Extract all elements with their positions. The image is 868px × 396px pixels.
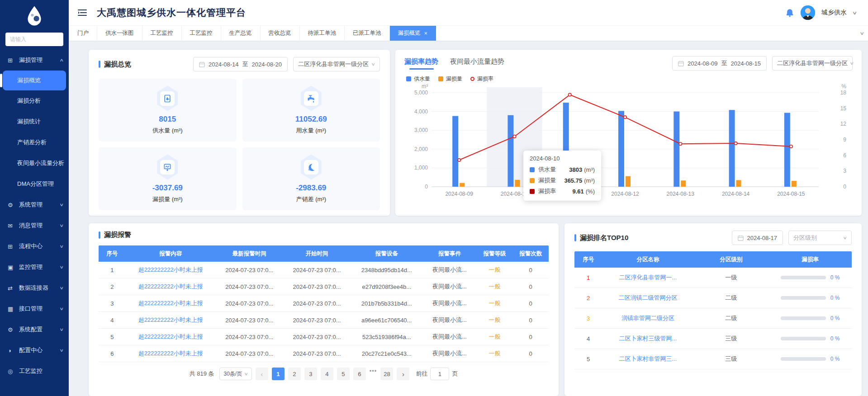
collapse-menu-icon[interactable] xyxy=(78,9,88,16)
stat-card-用水量 (m³): 11052.69用水量 (m³) xyxy=(242,79,380,141)
cell-alarm-content-link[interactable]: 超222222222小时未上报 xyxy=(126,299,216,307)
sidebar-subitem-产销差分析[interactable]: 产销差分析 xyxy=(0,132,69,153)
cell-zone-name-link[interactable]: 润镇非管网二级分区 xyxy=(602,314,693,322)
next-page-button[interactable]: › xyxy=(397,368,409,380)
cell-zone-name-link[interactable]: 二区卜家村三级管网... xyxy=(602,335,693,343)
column-header: 分区名称 xyxy=(602,256,693,264)
sidebar-item-系统配置[interactable]: ⚙系统配置∨ xyxy=(0,319,69,340)
trend-date-range-picker[interactable]: 2024-08-09 至 2024-08-15 xyxy=(672,56,767,71)
page-button-1[interactable]: 1 xyxy=(272,368,285,380)
sidebar-item-接口管理[interactable]: ▦接口管理∨ xyxy=(0,298,69,319)
legend-item-漏损率[interactable]: 漏损率 xyxy=(470,75,493,83)
cell-zone-name-link[interactable]: 二区润镇二级管网分区 xyxy=(602,294,693,302)
page-button-2[interactable]: 2 xyxy=(288,368,301,380)
column-header: 开始时间 xyxy=(283,250,351,258)
cell-level: 一般 xyxy=(477,349,513,358)
page-button-3[interactable]: 3 xyxy=(304,368,317,380)
gear-icon: ⚙ xyxy=(8,202,15,208)
page-buttons: 123456•••28 xyxy=(272,368,394,380)
stat-label: 产销差 (m³) xyxy=(296,195,326,203)
stat-card-产销差 (m³): -2983.69产销差 (m³) xyxy=(242,147,380,210)
sidebar-item-消息管理[interactable]: ✉消息管理∨ xyxy=(0,215,69,236)
svg-text:4,000: 4,000 xyxy=(414,108,428,115)
svg-text:%: % xyxy=(841,84,846,90)
page-button-4[interactable]: 4 xyxy=(321,368,333,380)
cell-alarm-content-link[interactable]: 超222222222小时未上报 xyxy=(126,349,216,358)
sidebar-search-input[interactable] xyxy=(5,33,63,46)
tab-loss-rate-trend[interactable]: 漏损率趋势 xyxy=(404,57,438,70)
sidebar-subitem-label: 漏损分析 xyxy=(17,97,41,105)
chevron-down-icon: ∨ xyxy=(60,327,64,332)
column-header: 报警次数 xyxy=(512,250,549,258)
page-size-select[interactable]: 30条/页 ∨ xyxy=(219,368,251,380)
top10-table: 序号分区名称分区级别漏损率 1二区淳化县非管网一...一级0 %2二区润镇二级管… xyxy=(574,251,852,369)
tab-供水一张图[interactable]: 供水一张图 xyxy=(97,26,142,41)
cell-alarm-content-link[interactable]: 超222222222小时未上报 xyxy=(126,283,216,291)
sidebar-subitem-夜间最小流量分析[interactable]: 夜间最小流量分析 xyxy=(0,153,69,174)
cell-alarm-content-link[interactable]: 超222222222小时未上报 xyxy=(126,266,216,274)
sidebar-item-数据连接器[interactable]: ⇄数据连接器∨ xyxy=(0,278,69,298)
tab-营收总览[interactable]: 营收总览 xyxy=(261,26,300,41)
loss-rate-value: 0 % xyxy=(830,315,840,321)
user-menu-chevron-down-icon[interactable]: ∨ xyxy=(852,10,857,15)
tab-night-min-flow-trend[interactable]: 夜间最小流量趋势 xyxy=(450,57,504,70)
sidebar-item-系统管理[interactable]: ⚙系统管理∨ xyxy=(0,194,69,215)
sidebar-item-label: 接口管理 xyxy=(19,305,60,313)
page-button-6[interactable]: 6 xyxy=(353,368,366,380)
cell-alarm-content-link[interactable]: 超222222222小时未上报 xyxy=(126,316,216,324)
top10-level-select[interactable]: 分区级别 ∨ xyxy=(788,231,852,245)
trend-zone-select[interactable]: 二区淳化县非管网一级分区 ∨ xyxy=(772,56,853,71)
prev-page-button[interactable]: ‹ xyxy=(256,368,268,380)
sidebar-item-漏损管理[interactable]: ⊞漏损管理∧ xyxy=(0,50,69,71)
sidebar-item-配置中心[interactable]: ◑配置中心∨ xyxy=(0,340,69,361)
overview-zone-select[interactable]: 二区淳化县非管网一级分区 ∨ xyxy=(293,57,380,71)
table-row: 6超222222222小时未上报2024-07-23 07:0...2024-0… xyxy=(99,345,549,362)
tab-生产总览[interactable]: 生产总览 xyxy=(221,26,261,41)
chip-icon: ▦ xyxy=(8,306,15,312)
tab-门户[interactable]: 门户 xyxy=(69,26,97,41)
tab-待派工单池[interactable]: 待派工单池 xyxy=(300,26,345,41)
connector-icon: ⇄ xyxy=(8,285,15,292)
user-name[interactable]: 城乡供水 xyxy=(821,9,847,17)
table-row: 5超222222222小时未上报2024-07-23 07:0...2024-0… xyxy=(99,329,549,345)
sidebar-item-流程中心[interactable]: ⊞流程中心∨ xyxy=(0,236,69,257)
page-button-28[interactable]: 28 xyxy=(380,368,393,380)
page-button-5[interactable]: 5 xyxy=(337,368,350,380)
stat-card-漏损量 (m³): -3037.69漏损量 (m³) xyxy=(99,147,237,210)
date-separator: 至 xyxy=(721,59,727,67)
top10-date-picker[interactable]: 2024-08-17 xyxy=(732,231,783,245)
notification-bell-icon[interactable] xyxy=(785,8,794,18)
page-ellipsis[interactable]: ••• xyxy=(370,368,377,380)
total-count: 共 819 条 xyxy=(190,370,214,378)
tab-工艺监控[interactable]: 工艺监控 xyxy=(142,26,182,41)
sidebar-subitem-DMA分区管理[interactable]: DMA分区管理 xyxy=(0,174,69,194)
sidebar-subitem-漏损概览[interactable]: 漏损概览 xyxy=(3,71,66,90)
sidebar-subitem-label: 产销差分析 xyxy=(17,138,47,146)
tab-工艺监控[interactable]: 工艺监控 xyxy=(182,26,221,41)
tab-overflow-chevron-icon[interactable]: ∨ xyxy=(853,26,868,41)
goto-page-input[interactable] xyxy=(430,368,449,380)
cell-alarm-content-link[interactable]: 超222222222小时未上报 xyxy=(126,333,216,341)
cell-zone-name-link[interactable]: 二区卜家村非管网三... xyxy=(602,355,693,363)
cell-device: 523c519386f94a... xyxy=(351,334,422,340)
sidebar: ⊞漏损管理∧漏损概览漏损分析漏损统计产销差分析夜间最小流量分析DMA分区管理⚙系… xyxy=(0,0,69,396)
cell-start-time: 2024-07-23 07:0... xyxy=(283,300,351,307)
sidebar-item-工艺监控[interactable]: ◎工艺监控 xyxy=(0,361,69,382)
tooltip-value: 9.61 xyxy=(572,188,583,195)
sidebar-subitem-漏损统计[interactable]: 漏损统计 xyxy=(0,111,69,132)
panel-loss-alarms: 漏损报警 序号报警内容最新报警时间开始时间报警设备报警事件报警等级报警次数 1超… xyxy=(89,223,559,396)
cell-zone-name-link[interactable]: 二区淳化县非管网一... xyxy=(602,273,693,282)
overview-date-range-picker[interactable]: 2024-08-14 至 2024-08-20 xyxy=(193,57,288,71)
legend-square-icon xyxy=(406,76,411,81)
tab-漏损概览[interactable]: 漏损概览× xyxy=(390,26,436,41)
sidebar-subitem-漏损分析[interactable]: 漏损分析 xyxy=(0,90,69,111)
user-avatar[interactable] xyxy=(801,5,815,20)
tab-label: 待派工单池 xyxy=(308,29,337,37)
cell-rank: 2 xyxy=(574,295,602,302)
legend-item-漏损量[interactable]: 漏损量 xyxy=(438,75,462,83)
tab-已派工单池[interactable]: 已派工单池 xyxy=(345,26,390,41)
loss-rate-trend-chart[interactable]: 01,0002,0003,0004,0005,0000369121518m³%2… xyxy=(404,84,849,203)
tab-close-icon[interactable]: × xyxy=(424,30,428,37)
sidebar-item-监控管理[interactable]: ▣监控管理∨ xyxy=(0,257,69,278)
legend-item-供水量[interactable]: 供水量 xyxy=(406,75,430,83)
